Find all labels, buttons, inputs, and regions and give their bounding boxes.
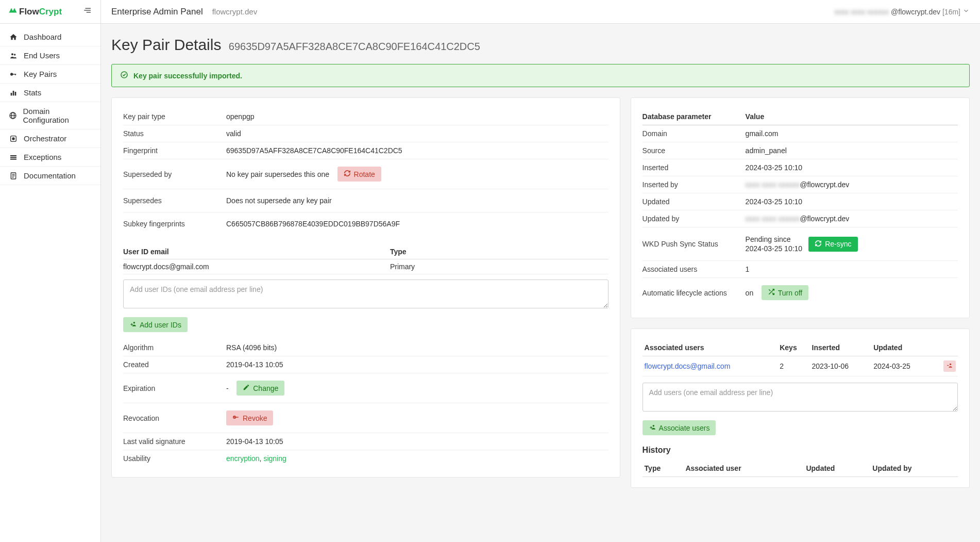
assoc-user-link[interactable]: flowcrypt.docs@gmail.com	[645, 362, 731, 370]
remove-user-button[interactable]	[943, 360, 956, 372]
row-revocation: Revocation Revoke	[123, 403, 609, 433]
sidebar-item-dashboard[interactable]: Dashboard	[0, 28, 100, 46]
associated-users-card: Associated users Keys Inserted Updated f…	[631, 329, 970, 488]
sidebar-item-key-pairs[interactable]: Key Pairs	[0, 65, 100, 84]
menu-toggle-icon[interactable]	[83, 6, 92, 18]
row-algorithm: Algorithm RSA (4096 bits)	[123, 339, 609, 356]
th-param: Database parameter	[643, 108, 746, 125]
topbar-left: Enterprise Admin Panel flowcrypt.dev	[111, 7, 257, 17]
sidebar-item-orchestrator[interactable]: Orchestrator	[0, 129, 100, 148]
value-cell: - Change	[226, 373, 609, 403]
th-updated: Updated	[871, 339, 933, 356]
page-title-fingerprint: 69635D97A5AFF328A8CE7CA8C90FE164C41C2DC5	[229, 41, 480, 52]
sidebar-item-exceptions[interactable]: Exceptions	[0, 148, 100, 167]
sidebar-item-label: Documentation	[24, 171, 76, 180]
topbar-user-menu[interactable]: xxxx xxxx xxxxxx@flowcrypt.dev [16m]	[834, 7, 970, 16]
label: Associated users	[643, 261, 746, 278]
add-userids-input[interactable]	[123, 280, 609, 308]
label: Superseded by	[123, 159, 226, 189]
check-circle-icon	[120, 71, 128, 80]
add-users-input[interactable]	[643, 383, 958, 412]
svg-rect-32	[947, 365, 949, 366]
change-expiration-button[interactable]: Change	[236, 381, 284, 396]
row-created: Created 2019-04-13 10:05	[123, 356, 609, 373]
sidebar-header: FlowCrypt	[0, 0, 100, 24]
row-status: Status valid	[123, 125, 609, 142]
btn-label: Change	[253, 384, 278, 392]
row-superseded-by: Superseded by No key pair supersedes thi…	[123, 159, 609, 189]
revoke-button[interactable]: Revoke	[226, 410, 273, 425]
label: Updated	[643, 193, 746, 210]
sidebar-nav: Dashboard End Users Key Pairs Stats Doma…	[0, 24, 100, 189]
value: 2019-04-13 10:05	[226, 356, 609, 373]
th-updated: Updated	[804, 460, 870, 477]
key-details-table: Key pair type openpgp Status valid Finge…	[123, 108, 609, 235]
db-header-row: Database parameter Value	[643, 108, 958, 125]
assoc-inserted: 2023-10-06	[810, 356, 872, 376]
th-type: Type	[643, 460, 684, 477]
userid-type: Primary	[390, 262, 609, 271]
row-key-pair-type: Key pair type openpgp	[123, 108, 609, 125]
logo-text-crypt: Crypt	[39, 7, 62, 17]
key-details-card: Key pair type openpgp Status valid Finge…	[111, 97, 620, 478]
user-minus-icon	[947, 362, 953, 370]
th-value: Value	[746, 108, 958, 125]
value: 2024-03-25 10:10	[746, 159, 958, 176]
btn-label: Turn off	[778, 289, 802, 297]
sync-icon	[815, 240, 822, 249]
sidebar-item-label: End Users	[24, 51, 60, 60]
globe-icon	[8, 111, 18, 120]
value: No key pair supersedes this one	[226, 170, 329, 178]
label: Algorithm	[123, 339, 226, 356]
db-params-table: Database parameter Value Domain gmail.co…	[643, 108, 958, 307]
logo-text-flow: Flow	[19, 7, 39, 17]
label: Inserted by	[643, 176, 746, 193]
assoc-row: flowcrypt.docs@gmail.com 2 2023-10-06 20…	[643, 356, 958, 376]
svg-point-4	[14, 54, 15, 55]
sidebar-item-domain-config[interactable]: Domain Configuration	[0, 102, 100, 129]
row-subkey-fingerprints: Subkey fingerprints C665057CB86B796878E4…	[123, 212, 609, 236]
sidebar-item-end-users[interactable]: End Users	[0, 46, 100, 65]
logo[interactable]: FlowCrypt	[8, 6, 62, 18]
user-suffix: @flowcrypt.dev	[891, 8, 940, 16]
resync-button[interactable]: Re-sync	[808, 237, 857, 252]
rotate-button[interactable]: Rotate	[337, 167, 381, 182]
label: Key pair type	[123, 108, 226, 125]
sidebar-item-documentation[interactable]: Documentation	[0, 167, 100, 185]
page-title: Key Pair Details 69635D97A5AFF328A8CE7CA…	[111, 36, 970, 54]
label: Automatic lifecycle actions	[643, 278, 746, 308]
svg-point-24	[133, 322, 136, 324]
label: Fingerprint	[123, 142, 226, 159]
label: Revocation	[123, 403, 226, 433]
value-cell: encryption, signing	[226, 450, 609, 467]
sidebar-item-label: Stats	[24, 88, 41, 97]
value: -	[226, 384, 229, 392]
sidebar-item-stats[interactable]: Stats	[0, 84, 100, 102]
userid-header: User ID email Type	[123, 244, 609, 259]
row-fingerprint: Fingerprint 69635D97A5AFF328A8CE7CA8C90F…	[123, 142, 609, 159]
history-title: History	[643, 446, 958, 455]
main: Enterprise Admin Panel flowcrypt.dev xxx…	[101, 0, 980, 542]
label: Last valid signature	[123, 433, 226, 450]
turnoff-button[interactable]: Turn off	[762, 285, 808, 300]
svg-rect-9	[13, 91, 14, 95]
add-userids-button[interactable]: Add user IDs	[123, 317, 188, 332]
page-title-text: Key Pair Details	[111, 36, 221, 53]
document-icon	[8, 172, 19, 180]
usability-encryption[interactable]: encryption	[226, 454, 260, 463]
topbar: Enterprise Admin Panel flowcrypt.dev xxx…	[101, 0, 980, 24]
label: Source	[643, 142, 746, 159]
value: valid	[226, 125, 609, 142]
row-supersedes: Supersedes Does not supersede any key pa…	[123, 189, 609, 212]
svg-rect-7	[15, 74, 15, 75]
value-cell: No key pair supersedes this one Rotate	[226, 159, 609, 189]
label: Domain	[643, 125, 746, 142]
usability-signing[interactable]: signing	[263, 454, 286, 463]
value: RSA (4096 bits)	[226, 339, 609, 356]
value: openpgp	[226, 108, 609, 125]
value: C665057CB86B796878E4039EDDC019BB97D56A9F	[226, 212, 609, 236]
associate-users-button[interactable]: Associate users	[643, 420, 716, 435]
svg-line-30	[769, 290, 770, 291]
th-updated-by: Updated by	[870, 460, 958, 477]
value: 2019-04-13 10:05	[226, 433, 609, 450]
